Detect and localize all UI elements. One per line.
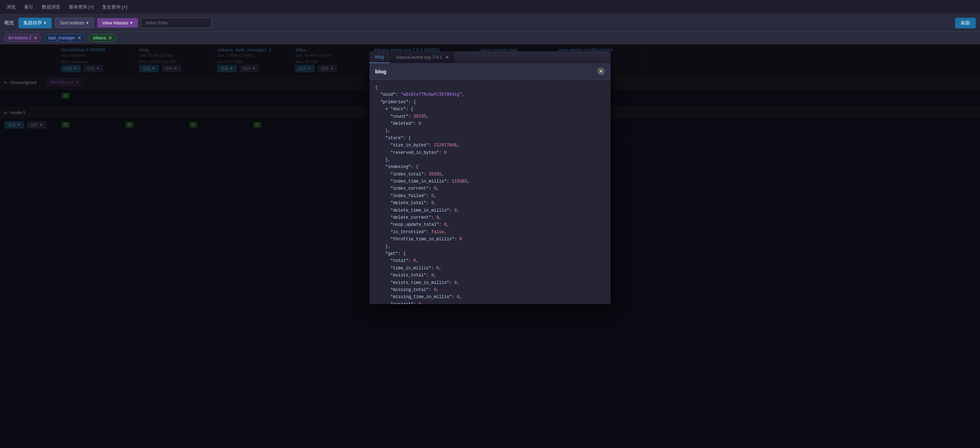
cluster-sort-button[interactable]: 集群排序 (18, 18, 52, 29)
sort-indices-button[interactable]: Sort Indices (55, 18, 95, 28)
tab-blog[interactable]: blog (369, 51, 390, 63)
overview-label: 概览 (4, 20, 14, 26)
nav-complex-query[interactable]: 复合查询 [+] (99, 3, 130, 12)
refresh-button[interactable]: 刷新 (955, 18, 976, 29)
nav-basic-query[interactable]: 基本查询 [+] (65, 3, 97, 12)
chip-label: task_manager (48, 35, 75, 40)
tab-blog-label: blog (375, 54, 384, 60)
nav-index[interactable]: 索引 (21, 3, 37, 12)
nav-browse[interactable]: 浏览 (3, 3, 19, 12)
modal-header: blog ✕ (369, 63, 611, 80)
main-area: ilm-history-2-000001 size: unknowndocs: … (0, 44, 980, 448)
tab-kibana-event-log[interactable]: .kibana-event-log-7.9.1 ✕ (390, 52, 455, 63)
toolbar: 概览 集群排序 Sort Indices View Aliases 刷新 (0, 14, 980, 32)
modal-close-button[interactable]: ✕ (597, 67, 605, 75)
chip-close-task[interactable]: ✕ (77, 35, 81, 41)
tab-kibana-event-label: .kibana-event-log-7.9.1 (395, 55, 442, 60)
view-aliases-button[interactable]: View Aliases (97, 18, 138, 28)
chip-label: .kibana (92, 35, 106, 40)
modal-title: blog (375, 68, 387, 75)
index-filter-input[interactable] (141, 18, 212, 28)
modal-dialog: blog ✕ { "uuid": "wOi9tvT7RxGwfc357864ig… (369, 63, 611, 304)
chip-ilm-history: ilm-history-2 ✕ (4, 34, 41, 42)
modal-body: { "uuid": "wOi9tvT7RxGwfc357864ig", "pri… (369, 80, 611, 304)
chip-kibana: .kibana ✕ (88, 34, 116, 42)
chip-task-manager: task_manager ✕ (44, 34, 86, 42)
top-nav: 浏览 索引 数据浏览 基本查询 [+] 复合查询 [+] (0, 0, 980, 14)
modal-overlay: blog .kibana-event-log-7.9.1 ✕ blog ✕ { … (0, 44, 980, 448)
nav-data-browse[interactable]: 数据浏览 (38, 3, 64, 12)
chip-label: ilm-history-2 (8, 35, 31, 40)
chip-close-kibana[interactable]: ✕ (108, 35, 112, 41)
filter-chips-area: ilm-history-2 ✕ task_manager ✕ .kibana ✕ (0, 32, 980, 44)
tab-kibana-close-icon[interactable]: ✕ (445, 55, 449, 60)
chip-close-ilm[interactable]: ✕ (33, 35, 38, 41)
